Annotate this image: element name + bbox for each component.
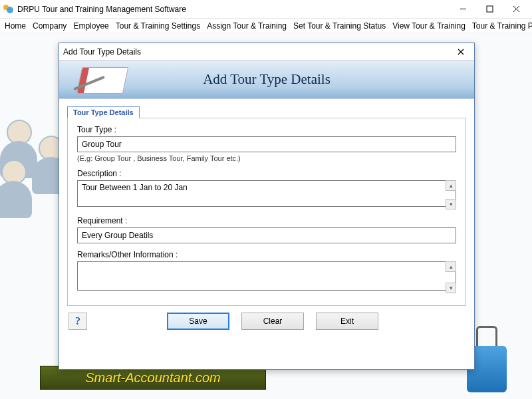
tour-type-label: Tour Type : bbox=[77, 125, 456, 134]
menu-status[interactable]: Set Tour & Training Status bbox=[290, 20, 389, 32]
dialog-titlebar: Add Tour Type Details bbox=[59, 43, 474, 61]
menu-view[interactable]: View Tour & Training bbox=[389, 20, 469, 32]
tab-panel: Tour Type : (E.g: Group Tour , Business … bbox=[67, 118, 466, 306]
logo-text: Smart-Accountant.com bbox=[85, 370, 220, 386]
maximize-button[interactable] bbox=[476, 1, 503, 18]
menu-assign[interactable]: Assign Tour & Training bbox=[203, 20, 290, 32]
remarks-label: Remarks/Other Information : bbox=[77, 250, 456, 259]
close-button[interactable] bbox=[503, 1, 529, 18]
description-input[interactable] bbox=[77, 180, 456, 207]
dialog-title: Add Tour Type Details bbox=[63, 47, 452, 57]
menu-settings[interactable]: Tour & Training Settings bbox=[112, 20, 203, 32]
description-label: Description : bbox=[77, 169, 456, 178]
window-controls bbox=[450, 1, 529, 18]
menu-home[interactable]: Home bbox=[1, 20, 29, 32]
app-title: DRPU Tour and Training Management Softwa… bbox=[17, 5, 450, 14]
tour-type-hint: (E.g: Group Tour , Business Tour, Family… bbox=[77, 154, 456, 162]
help-button[interactable]: ? bbox=[68, 313, 87, 330]
row-tour-type: Tour Type : (E.g: Group Tour , Business … bbox=[77, 125, 456, 162]
menu-pass[interactable]: Tour & Training Pass bbox=[469, 20, 532, 32]
clear-button[interactable]: Clear bbox=[241, 313, 304, 330]
svg-rect-3 bbox=[487, 6, 493, 12]
row-requirement: Requirement : bbox=[77, 216, 456, 243]
app-icon bbox=[3, 4, 13, 15]
menu-employee[interactable]: Employee bbox=[70, 20, 112, 32]
requirement-input[interactable] bbox=[77, 227, 456, 243]
requirement-label: Requirement : bbox=[77, 216, 456, 225]
dialog-close-button[interactable] bbox=[452, 45, 470, 59]
exit-button[interactable]: Exit bbox=[316, 313, 378, 330]
dialog-button-row: ? Save Clear Exit bbox=[59, 306, 474, 336]
save-button[interactable]: Save bbox=[167, 313, 229, 330]
svg-point-1 bbox=[7, 7, 13, 13]
dialog-header: Add Tour Type Details bbox=[59, 61, 474, 99]
tab-tour-type-details[interactable]: Tour Type Details bbox=[67, 106, 140, 118]
row-description: Description : ▴ ▾ bbox=[77, 169, 456, 209]
dialog-heading: Add Tour Type Details bbox=[203, 71, 331, 88]
tab-area: Tour Type Details Tour Type : (E.g: Grou… bbox=[67, 106, 466, 306]
main-titlebar: DRPU Tour and Training Management Softwa… bbox=[0, 0, 532, 19]
menubar: Home Company Employee Tour & Training Se… bbox=[0, 19, 532, 33]
planner-icon bbox=[68, 63, 132, 96]
remarks-input[interactable] bbox=[77, 261, 456, 291]
minimize-button[interactable] bbox=[450, 1, 476, 18]
add-tour-type-dialog: Add Tour Type Details Add Tour Type Deta… bbox=[59, 43, 475, 370]
row-remarks: Remarks/Other Information : ▴ ▾ bbox=[77, 250, 456, 293]
menu-company[interactable]: Company bbox=[29, 20, 70, 32]
tour-type-input[interactable] bbox=[77, 136, 456, 152]
content-area: Smart-Accountant.com Add Tour Type Detai… bbox=[0, 33, 532, 399]
